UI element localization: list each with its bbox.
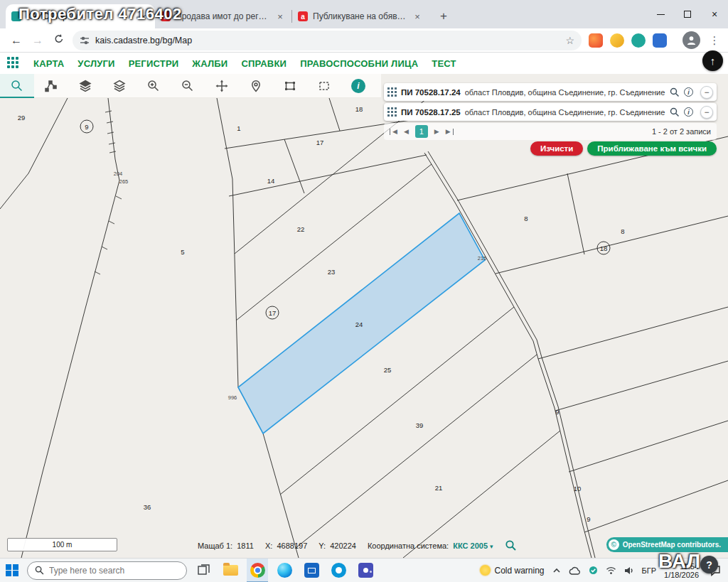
status-dot-icon[interactable] [589, 566, 598, 575]
zoom-to-all-button[interactable]: Приближаване към всички [587, 141, 717, 156]
site-settings-icon[interactable] [80, 36, 90, 45]
next-page-button[interactable]: ▶ [434, 129, 439, 135]
desktop: КАИС Портал × a Продава имот до регулаци… [0, 0, 728, 582]
current-page[interactable]: 1 [415, 125, 428, 138]
row-search-icon[interactable] [670, 107, 680, 117]
tab-title: КАИС Портал [26, 11, 133, 21]
search-input[interactable] [49, 566, 170, 576]
chevron-down-icon: ▾ [490, 543, 493, 550]
row-remove-button[interactable]: − [700, 86, 713, 99]
edge-icon[interactable] [274, 559, 295, 582]
tab-alo-2[interactable]: a Публикуване на обява - Прод × [292, 4, 429, 28]
taskbar-search[interactable] [27, 561, 187, 580]
last-page-button[interactable]: ▶ [446, 129, 454, 135]
start-button[interactable] [0, 559, 24, 582]
measure-tool[interactable] [34, 74, 68, 98]
minimize-button[interactable] [647, 0, 674, 28]
search-icon [35, 566, 44, 575]
tab-close-icon[interactable]: × [138, 11, 149, 22]
bookmark-star-icon[interactable]: ☆ [565, 35, 574, 46]
coordinate-search-icon[interactable] [505, 539, 517, 551]
zoom-out-tool[interactable] [171, 74, 205, 98]
onedrive-icon[interactable] [569, 566, 581, 575]
location-marker-tool[interactable] [239, 74, 273, 98]
volume-icon[interactable] [624, 566, 634, 575]
nav-spravki[interactable]: СПРАВКИ [241, 58, 287, 69]
result-row-2[interactable]: ПИ 70528.17.25 област Пловдив, община Съ… [384, 103, 717, 121]
tab-close-icon[interactable]: × [274, 11, 286, 22]
apps-grid-icon[interactable] [7, 57, 20, 70]
close-window-button[interactable]: × [701, 0, 728, 28]
extension-icon-3[interactable] [631, 33, 646, 48]
row-info-icon[interactable]: i [684, 87, 693, 97]
parcel-label: 18 [355, 105, 363, 113]
reload-icon[interactable] [48, 33, 70, 48]
nav-uslugi[interactable]: УСЛУГИ [77, 58, 114, 69]
profile-avatar[interactable] [682, 31, 700, 49]
attribution-text: OpenStreetMap contributors. [623, 541, 721, 549]
scale-bar: 100 m [7, 538, 117, 551]
tab-close-icon[interactable]: × [412, 11, 423, 22]
grid-icon [387, 107, 397, 117]
result-row-1[interactable]: ПИ 70528.17.24 област Пловдив, община Съ… [384, 83, 717, 101]
info-tool[interactable]: i [341, 74, 375, 98]
extension-icon-2[interactable] [610, 33, 624, 48]
nav-karta[interactable]: КАРТА [33, 58, 64, 69]
parcel-label: 22 [297, 225, 305, 233]
skype-icon[interactable] [328, 559, 349, 582]
file-explorer-icon[interactable] [220, 559, 241, 582]
row-remove-button[interactable]: − [700, 106, 713, 119]
row-info-icon[interactable]: i [684, 107, 693, 117]
pan-tool[interactable] [205, 74, 239, 98]
task-view-button[interactable] [193, 559, 214, 582]
hidden-icons-chevron[interactable] [552, 566, 561, 575]
extension-icon-4[interactable] [653, 33, 667, 48]
parcel-label: 18 [600, 244, 608, 252]
browser-menu-icon[interactable]: ⋮ [707, 34, 722, 47]
weather-widget[interactable]: Cold warning [480, 565, 545, 576]
wifi-icon[interactable] [606, 566, 616, 575]
row-search-icon[interactable] [670, 87, 680, 97]
zoom-in-tool[interactable] [136, 74, 171, 98]
url-text[interactable]: kais.cadastre.bg/bg/Map [95, 36, 560, 45]
parcel-label: 39 [416, 421, 424, 429]
select-box-tool[interactable] [307, 74, 341, 98]
url-field[interactable]: kais.cadastre.bg/bg/Map ☆ [73, 31, 582, 50]
extension-icon-1[interactable] [589, 33, 603, 48]
parcel-label: 23 [328, 268, 336, 276]
x-coordinate: X: 4688197 [265, 541, 307, 550]
keyboard-language[interactable]: БГР [642, 566, 657, 575]
map-area[interactable]: 2991181714225231724253921368818910920426… [0, 74, 728, 558]
select-extent-tool[interactable] [273, 74, 307, 98]
layers-filled-tool[interactable] [68, 74, 102, 98]
back-icon[interactable]: ← [6, 34, 27, 47]
new-tab-button[interactable]: + [434, 7, 453, 26]
tab-kais[interactable]: КАИС Портал × [6, 4, 155, 28]
clear-button[interactable]: Изчисти [530, 141, 583, 156]
record-count: 1 - 2 от 2 записи [652, 127, 711, 136]
grid-icon [387, 87, 397, 97]
chrome-icon[interactable] [247, 559, 268, 582]
teams-icon[interactable] [355, 559, 376, 582]
nav-registri[interactable]: РЕГИСТРИ [129, 58, 179, 69]
panel-actions: Изчисти Приближаване към всички [384, 141, 717, 156]
first-page-button[interactable]: ◀ [390, 129, 397, 135]
nav-zhalbi[interactable]: ЖАЛБИ [192, 58, 228, 69]
forward-icon[interactable]: → [27, 34, 48, 47]
tab-alo-1[interactable]: a Продава имот до регулация в × [155, 4, 291, 28]
maximize-button[interactable] [674, 0, 701, 28]
prev-page-button[interactable]: ◀ [404, 129, 409, 135]
mail-app-icon[interactable] [301, 559, 322, 582]
scroll-top-button[interactable]: ↑ [702, 50, 723, 71]
layers-outline-tool[interactable] [102, 74, 136, 98]
map-attribution[interactable]: © OpenStreetMap contributors. [606, 537, 728, 552]
taskbar-clock[interactable]: 11:54 1/18/2026 [664, 562, 699, 579]
parcel-label: 14 [267, 177, 275, 185]
nav-test[interactable]: ТЕСТ [432, 58, 456, 69]
parcel-label: 10 [574, 485, 582, 492]
parcel-label: 8 [621, 227, 624, 235]
crs-selector[interactable]: Координатна система: ККС 2005 ▾ [368, 541, 493, 550]
weather-icon [480, 565, 491, 576]
nav-pravosposobni[interactable]: ПРАВОСПОСОБНИ ЛИЦА [300, 58, 418, 69]
search-tool[interactable] [0, 74, 34, 98]
